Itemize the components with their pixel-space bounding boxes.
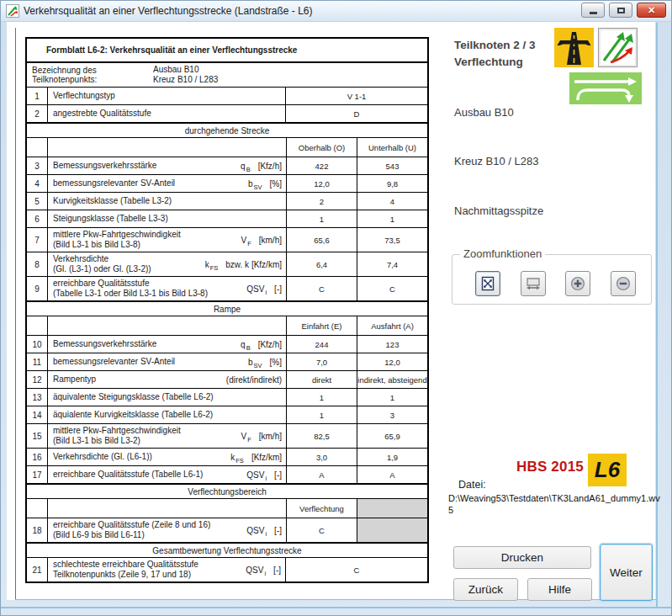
row-value-2: 1	[357, 389, 427, 406]
section-title: Gesamtbewertung Verflechtungsstrecke	[152, 546, 301, 555]
row-label-cell: erreichbare Qualitätsstufe(Tabelle L3-1 …	[48, 277, 286, 300]
row-value-2: C	[357, 277, 427, 300]
minimize-button[interactable]	[581, 3, 605, 18]
row-label: erreichbare Qualitätsstufe (Tabelle L6-1…	[53, 470, 203, 480]
formblatt-l6-2-table: Formblatt L6-2: Verkehrsqualität an eine…	[25, 37, 429, 583]
row-value-1: 244	[286, 336, 357, 353]
row-formula: kFS[Kfz/km]	[230, 453, 282, 462]
row-number: 3	[27, 157, 48, 174]
zoom-functions-label: Zoomfunktionen	[460, 247, 545, 260]
row-value-2	[357, 518, 427, 542]
back-button[interactable]: Zurück	[453, 578, 518, 601]
row-number: 18	[27, 518, 48, 542]
row-formula: kFSbzw. k [Kfz/km]	[205, 260, 282, 269]
row-label: erreichbare Qualitätsstufe(Tabelle L3-1 …	[53, 279, 208, 299]
row-label-cell	[48, 499, 286, 518]
row-number: 10	[27, 336, 48, 353]
row-value-2: 1	[357, 210, 427, 227]
row-value-2: indirekt, absteigend	[357, 371, 427, 388]
row-label-cell: bemessungsrelevanter SV-AnteilbSV[%]	[48, 353, 286, 370]
row-value-1: C	[286, 277, 357, 300]
row-value-2: 4	[357, 193, 427, 210]
row-label-cell: BemessungsverkehrsstärkeqB[Kfz/h]	[48, 336, 286, 353]
column-header-1: Verflechtung	[286, 499, 357, 518]
row-label: erreichbare Qualitätsstufe (Zeile 8 und …	[53, 520, 210, 540]
row-formula: qB[Kfz/h]	[241, 162, 282, 171]
row-number: 21	[27, 558, 48, 581]
subnode-heading: Teilknoten 2 / 3 Verflechtung	[454, 37, 536, 71]
form-row: 8Verkehrsdichte(Gl. (L3-1) oder Gl. (L3-…	[27, 252, 427, 276]
row-label-cell	[48, 316, 286, 335]
row-value-2: 7,4	[357, 252, 427, 276]
row-value-1: 65,6	[286, 228, 357, 252]
form-row: 9erreichbare Qualitätsstufe(Tabelle L3-1…	[27, 276, 427, 300]
print-button[interactable]: Drucken	[453, 546, 591, 569]
hbs-2015-logo: HBS 2015	[511, 459, 584, 475]
row-number: 12	[27, 371, 48, 388]
form-row: 16Verkehrsdichte (Gl. (L6-1))kFS[Kfz/km]…	[27, 448, 427, 465]
row-label-cell: Kurvigkeitsklasse (Tabelle L3-2)	[48, 193, 286, 210]
zoom-fit-width-button[interactable]	[521, 271, 546, 296]
form-row: 1VerflechtungstypV 1-1	[27, 87, 427, 104]
help-button[interactable]: Hilfe	[527, 578, 592, 601]
row-number: 9	[27, 277, 48, 300]
row-label-cell: mittlere Pkw-Fahrtgeschwindigkeit(Bild L…	[48, 228, 286, 252]
row-label-cell: erreichbare Qualitätsstufe (Tabelle L6-1…	[48, 466, 286, 483]
zoom-functions-group: Zoomfunktionen	[452, 254, 652, 305]
row-label-cell: BemessungsverkehrsstärkeqB[Kfz/h]	[48, 157, 286, 174]
row-number: 2	[27, 105, 48, 122]
row-label: Bemessungsverkehrsstärke	[53, 161, 156, 171]
row-formula: QSVi[-]	[246, 284, 282, 294]
row-value-1: 7,0	[286, 353, 357, 370]
row-label: angestrebte Qualitätsstufe	[53, 109, 151, 119]
window-title: Verkehrsqualität an einer Verflechtungss…	[24, 5, 313, 17]
section-header-row: Rampe	[27, 300, 427, 316]
row-label: mittlere Pkw-Fahrtgeschwindigkeit(Bild L…	[53, 426, 181, 446]
row-label: Verflechtungstyp	[53, 91, 115, 101]
row-label: äquivalente Steigungsklasse (Tabelle L6-…	[53, 392, 214, 402]
row-label: Bemessungsverkehrsstärke	[53, 339, 156, 349]
zoom-in-button[interactable]	[565, 271, 590, 296]
row-formula: (direkt/indirekt)	[226, 375, 282, 385]
zoom-fit-page-button[interactable]	[475, 271, 500, 296]
row-number: 5	[27, 193, 48, 210]
column-header-1: Einfahrt (E)	[286, 316, 357, 335]
row-number: 8	[27, 252, 48, 276]
row-label: Verkehrsdichte(Gl. (L3-1) oder Gl. (L3-2…	[53, 254, 151, 274]
section-header-row: Verflechtungsbereich	[27, 483, 427, 498]
row-number: 15	[27, 424, 48, 448]
row-label-cell: äquialente Kurvigkeitsklasse (Tabelle L6…	[48, 406, 286, 423]
maximize-icon	[617, 8, 625, 13]
zoom-fit-page-icon	[480, 276, 495, 291]
row-number-cell	[27, 499, 48, 518]
column-header-2: Ausfahrt (A)	[357, 316, 427, 335]
name-row: Bezeichnung des Teilknotenpunkts:Ausbau …	[27, 61, 427, 87]
zoom-in-icon	[570, 276, 585, 291]
row-number: 1	[27, 88, 48, 104]
row-label: bemessungsrelevanter SV-Anteil	[53, 178, 175, 189]
row-value-2: 3	[357, 406, 427, 423]
close-button[interactable]: ✕	[637, 3, 666, 18]
title-row: Formblatt L6-2: Verkehrsqualität an eine…	[27, 39, 427, 61]
form-row: 4bemessungsrelevanter SV-AnteilbSV[%]12,…	[27, 174, 427, 192]
period-label: Nachmittagsspitze	[454, 204, 543, 217]
next-button[interactable]: Weiter	[600, 544, 653, 601]
zoom-out-button[interactable]	[611, 271, 636, 296]
section-header-row: Gesamtbewertung Verflechtungsstrecke	[27, 542, 427, 557]
row-value-1: direkt	[286, 371, 357, 388]
row-number: 17	[27, 466, 48, 483]
row-value-1: 1	[286, 389, 357, 406]
row-label: Steigungsklasse (Tabelle L3-3)	[53, 214, 168, 224]
subnode-heading-line2: Verflechtung	[454, 54, 536, 71]
form-row: 15mittlere Pkw-Fahrtgeschwindigkeit(Bild…	[27, 423, 427, 448]
row-label: Kurvigkeitsklasse (Tabelle L3-2)	[53, 196, 172, 206]
row-number-cell	[27, 316, 48, 335]
row-value-1: 2	[286, 193, 357, 210]
maximize-button[interactable]	[609, 3, 632, 18]
row-formula: bSV[%]	[248, 358, 282, 367]
titlebar: Verkehrsqualität an einer Verflechtungss…	[0, 0, 672, 22]
row-label-cell: bemessungsrelevanter SV-AnteilbSV[%]	[48, 175, 286, 192]
row-value-2: 73,5	[357, 228, 427, 252]
row-value-1: 3,0	[286, 449, 357, 465]
l6-badge: L6	[588, 454, 627, 486]
